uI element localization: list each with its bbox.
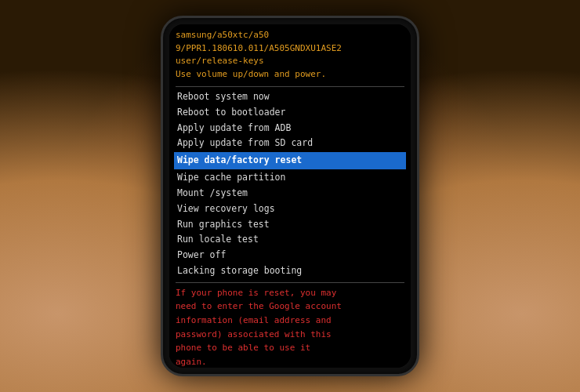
warning-message: If your phone is reset, you may need to … [176,286,404,368]
menu-item-mount-system[interactable]: Mount /system [176,186,404,201]
menu-item-locale-test[interactable]: Run locale test [176,232,404,248]
menu-item-wipe-cache[interactable]: Wipe cache partition [176,170,404,186]
menu-item-view-logs[interactable]: View recovery logs [176,201,404,217]
scene: samsung/a50xtc/a50 9/PPR1.180610.011/A50… [0,0,580,392]
menu-item-apply-sd[interactable]: Apply update from SD card [176,136,404,151]
menu-item-power-off[interactable]: Power off [176,248,404,263]
header-line-4: Use volume up/down and power. [176,68,404,82]
recovery-screen: samsung/a50xtc/a50 9/PPR1.180610.011/A50… [169,24,411,368]
phone-screen-area: samsung/a50xtc/a50 9/PPR1.180610.011/A50… [169,24,411,368]
header-line-2: 9/PPR1.180610.011/A505GNDXU1ASE2 [176,42,404,56]
phone-body: samsung/a50xtc/a50 9/PPR1.180610.011/A50… [161,16,419,376]
menu-item-apply-adb[interactable]: Apply update from ADB [176,121,404,136]
menu-item-graphics-test[interactable]: Run graphics test [176,217,404,233]
menu-item-reboot-bootloader[interactable]: Reboot to bootloader [176,105,404,121]
header-line-1: samsung/a50xtc/a50 [176,29,404,42]
recovery-menu: Reboot system now Reboot to bootloader A… [176,89,404,279]
menu-item-wipe-data[interactable]: Wipe data/factory reset [174,152,406,169]
menu-item-reboot-system[interactable]: Reboot system now [176,89,404,105]
header-line-3: user/release-keys [176,55,404,68]
menu-item-lacking-storage[interactable]: Lacking storage booting [176,263,404,279]
header-divider [176,86,404,87]
device-header: samsung/a50xtc/a50 9/PPR1.180610.011/A50… [176,29,404,81]
warning-section: If your phone is reset, you may need to … [176,282,404,368]
